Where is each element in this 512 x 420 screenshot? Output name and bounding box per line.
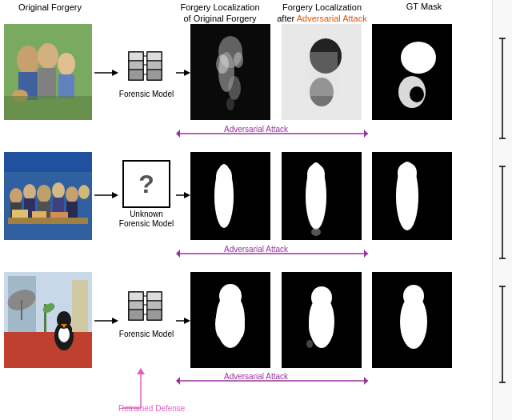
- svg-point-119: [403, 285, 424, 307]
- row1-forgery-loc-mask: [190, 24, 270, 120]
- svg-rect-6: [58, 74, 74, 98]
- svg-rect-96: [129, 310, 143, 320]
- svg-marker-64: [184, 192, 190, 198]
- row1-original-photo: [4, 24, 92, 120]
- svg-rect-100: [147, 310, 162, 320]
- svg-point-30: [226, 98, 234, 110]
- svg-point-56: [78, 185, 90, 199]
- row2-gt-mask: [372, 152, 452, 240]
- svg-marker-23: [184, 70, 190, 76]
- row1-arrow-to-model: [94, 68, 118, 78]
- row3-arrow-to-mask: [176, 316, 190, 327]
- row1-arrow-to-mask: [176, 68, 190, 79]
- svg-marker-105: [184, 318, 190, 324]
- row2-arrow-to-mask: [176, 190, 190, 202]
- row3-adversarial-arrow: Adversarial Attack: [176, 372, 376, 390]
- svg-marker-42: [364, 130, 368, 138]
- row2-adversarial-arrow: Adversarial Attack: [176, 244, 376, 264]
- svg-point-108: [219, 284, 242, 308]
- svg-point-50: [37, 185, 51, 202]
- svg-rect-18: [147, 70, 162, 80]
- svg-point-52: [52, 182, 65, 198]
- svg-rect-58: [12, 210, 28, 218]
- row2-unknown-model: ? UnknownForensic Model: [118, 160, 174, 229]
- svg-point-120: [401, 313, 410, 340]
- svg-point-71: [311, 228, 321, 236]
- svg-point-46: [10, 188, 22, 204]
- svg-point-113: [311, 286, 332, 309]
- svg-marker-62: [112, 192, 118, 198]
- svg-text:Adversarial Attack: Adversarial Attack: [224, 372, 289, 381]
- svg-rect-16: [147, 52, 162, 61]
- svg-point-48: [23, 184, 36, 200]
- right-legend: [492, 0, 512, 420]
- svg-marker-76: [176, 250, 180, 258]
- svg-rect-98: [147, 292, 162, 301]
- svg-point-1: [17, 46, 39, 74]
- row1-model-label: Forensic Model: [119, 90, 174, 98]
- svg-rect-17: [147, 61, 162, 70]
- svg-point-54: [66, 186, 78, 202]
- svg-point-28: [216, 54, 229, 74]
- svg-rect-95: [129, 301, 143, 310]
- row1-forensic-model: Forensic Model: [118, 44, 174, 98]
- svg-rect-45: [4, 152, 92, 172]
- svg-point-29: [234, 52, 243, 68]
- svg-rect-4: [38, 68, 56, 98]
- svg-marker-127: [137, 368, 145, 374]
- svg-text:Adversarial Attack: Adversarial Attack: [224, 245, 289, 254]
- row3-forgery-after-attack: [282, 272, 362, 368]
- svg-rect-8: [4, 96, 92, 120]
- svg-marker-41: [176, 130, 180, 138]
- col-header-1: Original Forgery: [8, 2, 92, 13]
- svg-point-109: [215, 310, 226, 338]
- svg-point-39: [410, 86, 424, 102]
- svg-rect-14: [129, 70, 143, 80]
- svg-point-110: [235, 314, 245, 338]
- svg-rect-13: [129, 61, 143, 70]
- svg-rect-59: [32, 211, 46, 218]
- row1-forgery-after-attack: [282, 24, 362, 120]
- svg-rect-57: [8, 218, 88, 224]
- svg-point-115: [326, 318, 334, 338]
- svg-rect-60: [50, 212, 68, 218]
- svg-point-74: [398, 162, 417, 183]
- svg-marker-77: [364, 250, 368, 258]
- row2-arrow-to-model: [94, 190, 118, 200]
- svg-rect-99: [147, 301, 162, 310]
- svg-point-114: [309, 313, 318, 338]
- row2-original-photo: [4, 152, 92, 240]
- svg-text:Retrained Defense: Retrained Defense: [118, 404, 186, 412]
- row3-model-label: Forensic Model: [119, 330, 174, 338]
- svg-point-3: [38, 43, 58, 69]
- row3-forgery-loc-mask: [190, 272, 270, 368]
- svg-rect-80: [4, 332, 92, 368]
- col-header-3: Forgery Localizationafter Adversarial At…: [276, 2, 368, 25]
- svg-point-70: [307, 164, 325, 185]
- row3-retrained-defense: Retrained Defense: [118, 368, 198, 412]
- svg-rect-12: [129, 52, 143, 61]
- row2-model-label: UnknownForensic Model: [119, 210, 174, 229]
- col-header-2: Forgery Localizationof Original Forgery: [176, 2, 264, 25]
- svg-marker-92: [112, 318, 118, 324]
- svg-point-37: [401, 42, 436, 74]
- col-header-4: GT Mask: [392, 2, 456, 11]
- row2-forgery-loc-mask: [190, 152, 270, 240]
- svg-point-27: [228, 76, 241, 100]
- row2-forgery-after-attack: [282, 152, 362, 240]
- svg-point-67: [216, 166, 232, 186]
- row3-original-photo: [4, 272, 92, 368]
- row3-forensic-model: Forensic Model: [118, 284, 174, 338]
- svg-rect-35: [306, 52, 338, 96]
- row3-gt-mask: [372, 272, 452, 368]
- row2-question-mark: ?: [122, 160, 170, 208]
- svg-rect-94: [129, 292, 143, 301]
- row3-arrow-to-model: [94, 316, 118, 327]
- svg-point-116: [306, 340, 313, 348]
- svg-rect-88: [72, 280, 88, 332]
- row1-adversarial-arrow: Adversarial Attack: [176, 124, 376, 144]
- svg-text:Adversarial Attack: Adversarial Attack: [224, 125, 289, 134]
- diagram: Original Forgery Forgery Localizationof …: [0, 0, 512, 420]
- svg-marker-10: [112, 70, 118, 76]
- row1-gt-mask: [372, 24, 452, 120]
